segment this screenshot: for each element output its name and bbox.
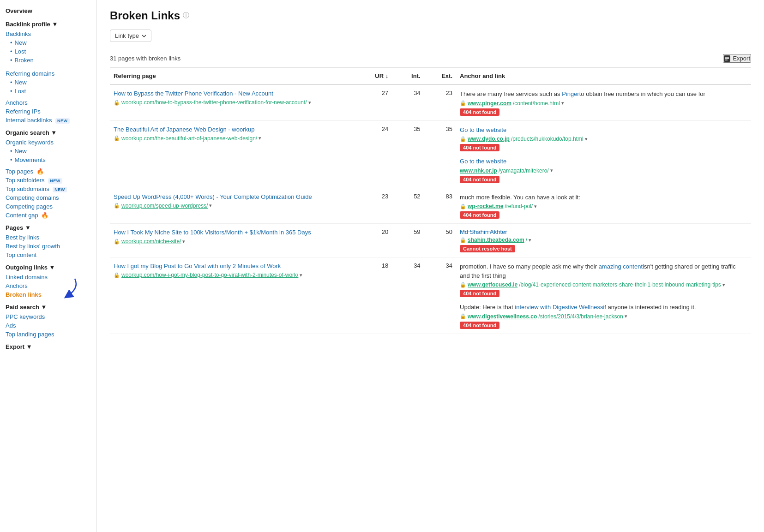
sidebar-item-internal-backlinks[interactable]: Internal backlinks NEW [6,116,91,125]
anchor-inline-link-1-0[interactable]: Go to the website [460,126,506,133]
sidebar-item-content-gap[interactable]: Content gap 🔥 [6,211,91,220]
anchor-dropdown-arrow-2-0[interactable]: ▾ [534,203,537,209]
anchor-inline-link-1-1[interactable]: Go to the website [460,158,506,165]
url-dropdown-arrow-4[interactable]: ▾ [300,272,302,278]
th-anchor-link: Anchor and link [456,68,751,84]
sidebar-item-lost-referring[interactable]: Lost [6,87,91,96]
sidebar-organic-search[interactable]: Organic search ▼ [6,129,91,136]
anchor-block-4-0: promotion. I have so many people ask me … [460,262,747,297]
anchor-dropdown-arrow-1-0[interactable]: ▾ [585,136,588,142]
sidebar-item-broken-backlinks[interactable]: Broken [6,56,91,65]
anchor-url-link-2-0[interactable]: wp-rocket.me [468,203,503,209]
sidebar-item-top-pages[interactable]: Top pages 🔥 [6,167,91,176]
anchor-url-link-4-1[interactable]: www.digestivewellness.co [468,313,537,320]
lock-icon-4: 🔒 [114,272,120,278]
sidebar-item-lost-backlinks[interactable]: Lost [6,47,91,56]
chevron-down-icon [142,34,146,38]
url-text-1[interactable]: woorkup.com/the-beautiful-art-of-japanes… [121,135,257,142]
anchor-block-1-0: Go to the website🔒www.dydo.co.jp/product… [460,126,747,152]
page-title-link-2[interactable]: Speed Up WordPress (4,000+ Words) - Your… [114,193,312,200]
sidebar-item-anchors[interactable]: Anchors [6,98,91,107]
page-title-link-3[interactable]: How I Took My Niche Site to 100k Visitor… [114,229,311,236]
cell-ur-2: 23 [354,188,392,224]
url-text-2[interactable]: woorkup.com/speed-up-wordpress/ [121,203,208,209]
page-title-link-1[interactable]: The Beautiful Art of Japanese Web Design… [114,126,254,133]
sidebar-item-referring-ips[interactable]: Referring IPs [6,107,91,116]
sidebar-outgoing-links[interactable]: Outgoing links ▼ [6,264,91,271]
url-dropdown-arrow-3[interactable]: ▾ [182,239,185,245]
page-title-link-0[interactable]: How to Bypass the Twitter Phone Verifica… [114,90,273,97]
anchor-strikethrough-3-0[interactable]: Md Shahin Akhter [460,228,507,235]
main-content: Broken Links ⓘ Link type 31 pages with b… [97,0,764,532]
sidebar-item-organic-keywords[interactable]: Organic keywords [6,138,91,147]
anchor-dropdown-arrow-0-0[interactable]: ▾ [561,100,564,106]
sidebar-item-best-by-links-growth[interactable]: Best by links' growth [6,242,91,251]
url-text-3[interactable]: woorkup.com/niche-site/ [121,238,181,245]
sidebar-item-top-landing-pages[interactable]: Top landing pages [6,330,91,339]
link-type-dropdown[interactable]: Link type [110,30,151,42]
url-text-0[interactable]: woorkup.com/how-to-bypass-the-twitter-ph… [121,99,307,106]
sidebar-export[interactable]: Export ▼ [6,343,91,350]
anchor-url-link-0-0[interactable]: www.pinger.com [468,100,511,107]
sidebar-item-backlinks[interactable]: Backlinks [6,30,91,38]
anchor-dropdown-arrow-3-0[interactable]: ▾ [529,237,531,243]
anchor-url-link-1-1[interactable]: www.nhk.or.jp [460,167,497,174]
url-dropdown-arrow-1[interactable]: ▾ [259,135,261,141]
anchor-inline-link-0-0[interactable]: Pinger [562,90,579,97]
sidebar-item-top-content[interactable]: Top content [6,251,91,259]
cell-page-3: How I Took My Niche Site to 100k Visitor… [110,224,354,257]
summary-text: 31 pages with broken links [110,55,180,62]
sidebar-item-competing-domains[interactable]: Competing domains [6,193,91,202]
lock-icon-1: 🔒 [114,135,120,141]
url-dropdown-arrow-0[interactable]: ▾ [308,100,311,106]
sidebar-item-movements[interactable]: Movements [6,155,91,164]
sidebar-item-competing-pages[interactable]: Competing pages [6,202,91,211]
anchor-lock-icon-3-0: 🔒 [460,237,466,243]
error-badge-3-0: Cannot resolve host [460,245,515,252]
anchor-dropdown-arrow-1-1[interactable]: ▾ [550,167,553,173]
th-ur[interactable]: UR ↓ [354,68,392,84]
badge-new-internal: NEW [55,118,70,124]
sidebar-pages[interactable]: Pages ▼ [6,224,91,231]
error-badge-4-1: 404 not found [460,322,499,329]
url-text-4[interactable]: woorkup.com/how-i-got-my-blog-post-to-go… [121,272,298,278]
anchor-url-row-2-0: 🔒wp-rocket.me/refund-pol/ ▾ [460,203,747,209]
anchor-inline-link-4-1[interactable]: interview with Digestive Wellness [515,304,603,311]
page-title-link-4[interactable]: How I got my Blog Post to Go Viral with … [114,263,281,269]
table-row: How to Bypass the Twitter Phone Verifica… [110,84,751,120]
anchor-url-row-4-1: 🔒www.digestivewellness.co/stories/2015/4… [460,313,747,320]
sidebar-item-top-subdomains[interactable]: Top subdomains NEW [6,185,91,193]
sidebar-backlink-profile[interactable]: Backlink profile ▼ [6,21,91,28]
anchor-lock-icon-4-1: 🔒 [460,313,466,319]
export-button[interactable]: Export [723,54,751,63]
anchor-inline-link-4-0[interactable]: amazing content [599,263,643,270]
anchor-url-link-3-0[interactable]: shahin.theabeda.com [468,237,524,243]
sidebar-item-new-keywords[interactable]: New [6,147,91,155]
sidebar-item-new-referring[interactable]: New [6,78,91,87]
sidebar-item-referring-domains[interactable]: Referring domains [6,69,91,78]
th-ext[interactable]: Ext. [424,68,456,84]
error-badge-4-0: 404 not found [460,290,499,297]
page-url-0: 🔒woorkup.com/how-to-bypass-the-twitter-p… [114,99,350,106]
cell-int-2: 52 [392,188,424,224]
sidebar-item-ppc-keywords[interactable]: PPC keywords [6,312,91,321]
anchor-url-link-1-0[interactable]: www.dydo.co.jp [468,136,510,142]
url-dropdown-arrow-2[interactable]: ▾ [209,203,212,209]
table-row: How I got my Blog Post to Go Viral with … [110,257,751,334]
anchor-block-2-0: much more flexible. You can have a look … [460,193,747,219]
sidebar-item-top-subfolders[interactable]: Top subfolders NEW [6,176,91,185]
th-int[interactable]: Int. [392,68,424,84]
anchor-block-4-1: Update: Here is that interview with Dige… [460,303,747,329]
sidebar-paid-search[interactable]: Paid search ▼ [6,304,91,311]
sidebar-item-broken-links[interactable]: Broken links [6,290,91,299]
anchor-dropdown-arrow-4-0[interactable]: ▾ [722,282,725,288]
sidebar-item-linked-domains[interactable]: Linked domains [6,273,91,281]
anchor-url-link-4-0[interactable]: www.getfocused.ie [468,281,517,288]
sidebar-item-outgoing-anchors[interactable]: Anchors [6,281,91,290]
anchor-url-row-0-0: 🔒www.pinger.com/content/home.html ▾ [460,100,747,107]
anchor-dropdown-arrow-4-1[interactable]: ▾ [625,313,627,319]
sidebar-item-new-backlinks[interactable]: New [6,38,91,47]
sidebar-item-ads[interactable]: Ads [6,321,91,330]
sidebar-overview[interactable]: Overview [6,7,91,14]
sidebar-item-best-by-links[interactable]: Best by links [6,233,91,242]
